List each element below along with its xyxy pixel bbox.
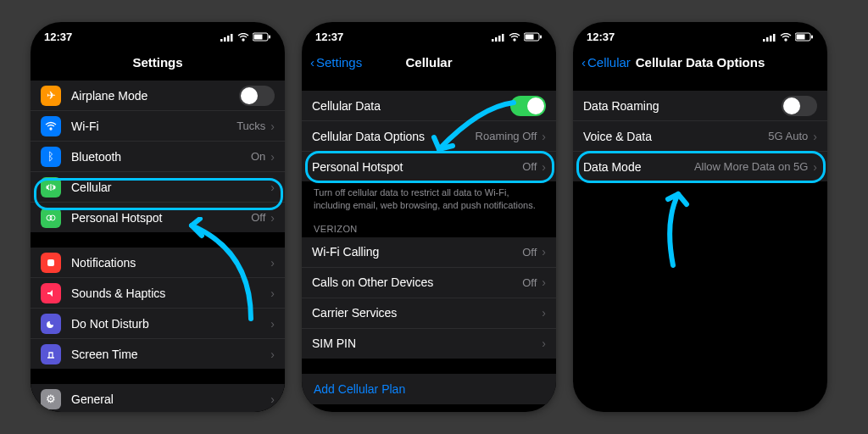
status-bar: 12:37 bbox=[31, 22, 285, 48]
row-calls-other-devices[interactable]: Calls on Other Devices Off › bbox=[302, 268, 556, 298]
chevron-right-icon: › bbox=[270, 348, 275, 361]
chevron-right-icon: › bbox=[270, 287, 275, 300]
wifi-row-icon bbox=[41, 116, 61, 136]
row-hotspot[interactable]: Personal Hotspot Off › bbox=[31, 203, 285, 232]
wifi-icon bbox=[509, 33, 520, 42]
bluetooth-icon: ᛒ bbox=[41, 147, 61, 167]
svg-rect-14 bbox=[495, 37, 498, 42]
svg-rect-13 bbox=[492, 39, 494, 42]
nav-bar: ‹Settings Cellular bbox=[302, 48, 556, 75]
wifi-icon bbox=[237, 33, 249, 42]
svg-rect-2 bbox=[227, 36, 230, 42]
row-cellular[interactable]: Cellular › bbox=[31, 172, 285, 203]
signal-icon bbox=[492, 33, 505, 42]
chevron-right-icon: › bbox=[813, 160, 817, 174]
chevron-right-icon: › bbox=[270, 392, 275, 406]
svg-rect-0 bbox=[220, 39, 223, 42]
status-bar: 12:37 bbox=[573, 22, 827, 48]
row-voice-data[interactable]: Voice & Data 5G Auto › bbox=[573, 121, 827, 152]
status-time: 12:37 bbox=[44, 31, 72, 43]
row-personal-hotspot[interactable]: Personal Hotspot Off › bbox=[302, 152, 556, 181]
row-data-mode[interactable]: Data Mode Allow More Data on 5G › bbox=[573, 152, 827, 181]
row-general[interactable]: ⚙ General › bbox=[31, 384, 285, 412]
status-time: 12:37 bbox=[587, 31, 615, 43]
phone-cdo: 12:37 ‹Cellular Cellular Data Options Da… bbox=[573, 22, 827, 412]
chevron-right-icon: › bbox=[542, 160, 546, 174]
battery-icon bbox=[524, 32, 542, 42]
svg-rect-23 bbox=[773, 34, 776, 42]
airplane-icon: ✈ bbox=[41, 86, 61, 106]
chevron-right-icon: › bbox=[542, 306, 546, 320]
nav-title: Settings bbox=[31, 48, 285, 75]
row-wifi-calling[interactable]: Wi-Fi Calling Off › bbox=[302, 237, 556, 268]
back-button[interactable]: ‹Settings bbox=[310, 55, 362, 70]
nav-bar: ‹Cellular Cellular Data Options bbox=[573, 48, 827, 75]
chevron-right-icon: › bbox=[542, 337, 546, 350]
svg-rect-5 bbox=[254, 35, 263, 40]
svg-rect-20 bbox=[763, 39, 765, 42]
svg-rect-15 bbox=[498, 36, 501, 42]
airplane-toggle[interactable] bbox=[239, 86, 275, 106]
chevron-right-icon: › bbox=[270, 256, 275, 270]
row-screentime[interactable]: Screen Time › bbox=[31, 339, 285, 369]
svg-rect-25 bbox=[797, 35, 805, 40]
back-button[interactable]: ‹Cellular bbox=[581, 55, 631, 70]
section-footer: Turn off cellular data to restrict all d… bbox=[302, 181, 556, 217]
gear-icon: ⚙ bbox=[41, 389, 61, 409]
nav-title: Cellular Data Options bbox=[636, 55, 765, 70]
chevron-right-icon: › bbox=[542, 245, 546, 259]
sounds-icon bbox=[41, 283, 61, 303]
svg-rect-16 bbox=[502, 34, 504, 42]
battery-icon bbox=[795, 32, 814, 42]
row-cellular-data[interactable]: Cellular Data bbox=[302, 91, 556, 121]
phone-cellular: 12:37 ‹Settings Cellular Cellular Data C… bbox=[302, 22, 556, 412]
chevron-right-icon: › bbox=[270, 120, 275, 133]
chevron-left-icon: ‹ bbox=[310, 55, 314, 70]
svg-rect-22 bbox=[770, 36, 772, 42]
svg-rect-26 bbox=[811, 36, 813, 39]
svg-rect-21 bbox=[766, 37, 769, 42]
svg-rect-19 bbox=[540, 36, 542, 39]
annotation-arrow bbox=[648, 187, 707, 272]
svg-rect-3 bbox=[231, 34, 233, 42]
chevron-right-icon: › bbox=[542, 130, 546, 143]
row-bluetooth[interactable]: ᛒ Bluetooth On › bbox=[31, 142, 285, 172]
row-sounds[interactable]: Sounds & Haptics › bbox=[31, 278, 285, 309]
add-cellular-plan-link[interactable]: Add Cellular Plan bbox=[302, 374, 556, 404]
status-time: 12:37 bbox=[315, 31, 343, 43]
svg-point-8 bbox=[50, 215, 55, 220]
svg-rect-6 bbox=[269, 36, 270, 39]
cellular-icon bbox=[41, 177, 61, 198]
chevron-right-icon: › bbox=[542, 275, 546, 289]
chevron-right-icon: › bbox=[270, 317, 275, 331]
row-sim-pin[interactable]: SIM PIN › bbox=[302, 329, 556, 359]
chevron-right-icon: › bbox=[270, 150, 275, 164]
row-cellular-data-options[interactable]: Cellular Data Options Roaming Off › bbox=[302, 121, 556, 152]
battery-icon bbox=[253, 32, 271, 42]
row-airplane-mode[interactable]: ✈ Airplane Mode bbox=[31, 81, 285, 111]
svg-rect-9 bbox=[47, 259, 54, 266]
row-data-roaming[interactable]: Data Roaming bbox=[573, 91, 827, 121]
wifi-icon bbox=[780, 33, 792, 42]
hotspot-icon bbox=[41, 208, 61, 228]
notifications-icon bbox=[41, 253, 61, 273]
dnd-icon bbox=[41, 314, 61, 334]
cellular-data-toggle[interactable] bbox=[510, 96, 546, 116]
signal-icon bbox=[763, 33, 776, 42]
chevron-right-icon: › bbox=[270, 181, 275, 194]
screentime-icon bbox=[41, 344, 61, 364]
phone-settings: 12:37 Settings ✈ Airplane Mode Wi-Fi Tuc… bbox=[31, 22, 285, 412]
row-dnd[interactable]: Do Not Disturb › bbox=[31, 309, 285, 339]
chevron-left-icon: ‹ bbox=[581, 55, 586, 70]
row-notifications[interactable]: Notifications › bbox=[31, 248, 285, 278]
svg-rect-1 bbox=[224, 37, 226, 42]
row-wifi[interactable]: Wi-Fi Tucks › bbox=[31, 111, 285, 142]
roaming-toggle[interactable] bbox=[782, 96, 817, 116]
signal-icon bbox=[220, 33, 234, 42]
chevron-right-icon: › bbox=[813, 130, 817, 143]
svg-rect-18 bbox=[526, 35, 534, 40]
row-carrier-services[interactable]: Carrier Services › bbox=[302, 298, 556, 329]
section-header-carrier: Verizon bbox=[302, 217, 556, 237]
status-bar: 12:37 bbox=[302, 22, 556, 48]
chevron-right-icon: › bbox=[270, 211, 275, 225]
